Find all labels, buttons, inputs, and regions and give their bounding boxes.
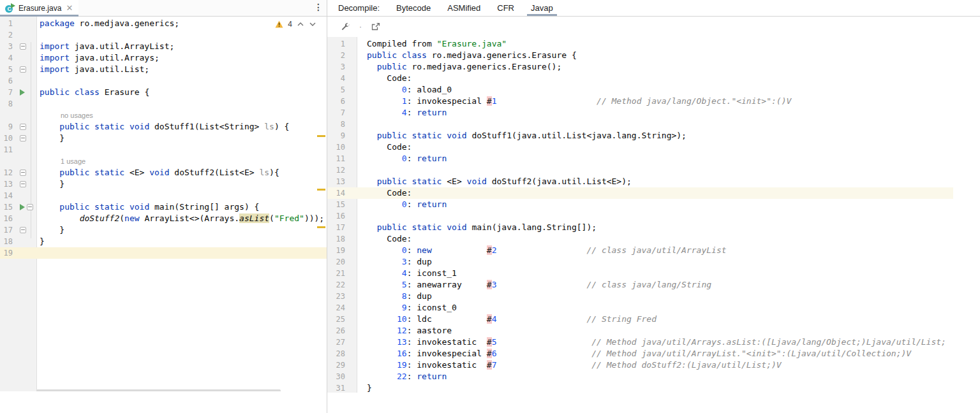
code-line[interactable]: 17 } (0, 224, 327, 236)
code-line[interactable]: 8 (327, 119, 980, 130)
line-number[interactable]: 5 (327, 84, 348, 96)
line-number[interactable]: 5 (0, 64, 15, 75)
line-number[interactable]: 11 (327, 153, 348, 164)
code-line[interactable]: 18 Code: (327, 233, 980, 245)
fold-start-icon[interactable] (20, 170, 26, 176)
line-number[interactable]: 19 (327, 245, 348, 256)
code-line[interactable]: 15 public static void main(String[] args… (0, 201, 327, 213)
code-line[interactable]: 16 doStuff2(new ArrayList<>(Arrays.asLis… (0, 213, 327, 224)
code-line[interactable]: 17 public static void main(java.lang.Str… (327, 222, 980, 233)
code-line[interactable]: 7public class Erasure { (0, 87, 327, 98)
code-line[interactable]: 22 5: anewarray #3 // class java/lang/St… (327, 279, 980, 291)
code-line[interactable]: 7 4: return (327, 107, 980, 119)
line-number[interactable]: 25 (327, 314, 348, 325)
line-number[interactable]: 7 (327, 107, 348, 119)
line-number[interactable]: 16 (327, 210, 348, 222)
decompiler-tab-cfr[interactable]: CFR (497, 0, 514, 16)
close-tab-icon[interactable]: ✕ (66, 4, 73, 12)
chevron-down-icon[interactable] (309, 22, 316, 27)
code-line[interactable]: 18} (0, 236, 327, 247)
code-line[interactable]: 11 0: return (327, 153, 980, 164)
code-line[interactable]: 2 (0, 29, 327, 41)
line-number[interactable]: 17 (327, 222, 348, 233)
line-number[interactable]: 13 (327, 176, 348, 187)
code-line[interactable]: 8 (0, 98, 327, 110)
code-line[interactable]: 20 3: dup (327, 256, 980, 268)
line-number[interactable]: 11 (0, 144, 15, 156)
code-line[interactable]: 21 4: iconst_1 (327, 268, 980, 279)
line-number[interactable]: 16 (0, 213, 15, 224)
line-number[interactable]: 13 (0, 178, 15, 190)
code-line[interactable]: 9 public static void doStuff1(java.util.… (327, 130, 980, 141)
code-line[interactable]: 9 public static void doStuff1(List<Strin… (0, 121, 327, 133)
line-number[interactable]: 6 (327, 96, 348, 107)
decompiler-tab-bytecode[interactable]: Bytecode (396, 0, 431, 16)
line-number[interactable]: 10 (327, 141, 348, 153)
wrench-settings-icon[interactable] (339, 20, 352, 33)
line-number[interactable]: 10 (0, 133, 15, 144)
warning-stripe-mark[interactable] (317, 226, 325, 228)
line-number[interactable]: 22 (327, 279, 348, 291)
line-number[interactable]: 7 (0, 87, 15, 98)
line-number[interactable]: 20 (327, 256, 348, 268)
code-line[interactable]: 3import java.util.ArrayList; (0, 41, 327, 52)
line-number[interactable]: 15 (327, 199, 348, 210)
line-number[interactable]: 31 (327, 382, 348, 394)
line-number[interactable]: 4 (0, 52, 15, 64)
code-line[interactable]: 1Compiled from "Erasure.java" (327, 38, 980, 50)
code-line[interactable]: 24 9: iconst_0 (327, 302, 980, 314)
line-number[interactable]: 21 (327, 268, 348, 279)
line-number[interactable]: 17 (0, 224, 15, 236)
fold-start-icon[interactable] (20, 43, 26, 50)
inspections-widget[interactable]: 4 (275, 19, 316, 29)
fold-end-icon[interactable] (20, 66, 26, 73)
line-number[interactable]: 8 (0, 98, 15, 110)
code-line[interactable]: 12 (327, 164, 980, 176)
decompiler-tab-javap[interactable]: Javap (531, 0, 553, 16)
line-number[interactable]: 23 (327, 291, 348, 302)
code-line[interactable]: 26 12: aastore (327, 325, 980, 337)
line-number[interactable]: 9 (327, 130, 348, 141)
run-icon[interactable] (20, 204, 25, 210)
code-line[interactable]: 14 Code: (327, 187, 980, 199)
code-line[interactable]: 5 0: aload_0 (327, 84, 980, 96)
line-number[interactable]: 8 (327, 119, 348, 130)
line-number[interactable]: 12 (327, 164, 348, 176)
line-number[interactable]: 3 (327, 61, 348, 73)
line-number[interactable]: 19 (0, 247, 15, 259)
line-number[interactable]: 2 (0, 29, 15, 41)
line-number[interactable]: 26 (327, 325, 348, 337)
fold-end-icon[interactable] (20, 227, 26, 233)
code-line[interactable]: 13 } (0, 178, 327, 190)
code-line[interactable]: 10 } (0, 133, 327, 144)
warning-stripe-mark[interactable] (317, 135, 325, 137)
code-line[interactable]: 19 0: new #2 // class java/util/ArrayLis… (327, 245, 980, 256)
line-number[interactable]: 18 (0, 236, 15, 247)
line-number[interactable]: 14 (0, 190, 15, 201)
run-icon[interactable] (20, 89, 25, 96)
horizontal-scrollbar[interactable] (36, 389, 281, 391)
code-line[interactable]: 2public class ro.medjava.generics.Erasur… (327, 50, 980, 61)
inlay-hint-row[interactable]: 1 usage (0, 156, 327, 167)
code-line[interactable]: 5import java.util.List; (0, 64, 327, 75)
fold-end-icon[interactable] (20, 181, 26, 187)
code-line[interactable]: 3 public ro.medjava.generics.Erasure(); (327, 61, 980, 73)
code-line[interactable]: 25 10: ldc #4 // String Fred (327, 314, 980, 325)
code-line[interactable]: 19 (0, 247, 327, 259)
line-number[interactable]: 9 (0, 121, 15, 133)
code-line[interactable]: 29 19: invokestatic #7 // Method doStuff… (327, 359, 980, 371)
line-number[interactable]: 6 (0, 75, 15, 87)
code-line[interactable]: 27 13: invokestatic #5 // Method java/ut… (327, 337, 980, 348)
code-line[interactable]: 31} (327, 382, 980, 394)
fold-start-icon[interactable] (20, 124, 26, 130)
line-number[interactable]: 4 (327, 73, 348, 84)
line-number[interactable]: 12 (0, 167, 15, 178)
java-source-editor[interactable]: 1package ro.medjava.generics;23import ja… (0, 17, 327, 391)
fold-end-icon[interactable] (20, 135, 26, 141)
code-line[interactable]: 15 0: return (327, 199, 980, 210)
kebab-menu-icon[interactable]: ⋮ (314, 2, 323, 12)
code-line[interactable]: 6 (0, 75, 327, 87)
code-line[interactable]: 28 16: invokespecial #6 // Method java/u… (327, 348, 980, 359)
code-line[interactable]: 14 (0, 190, 327, 201)
line-number[interactable]: 1 (0, 18, 15, 29)
